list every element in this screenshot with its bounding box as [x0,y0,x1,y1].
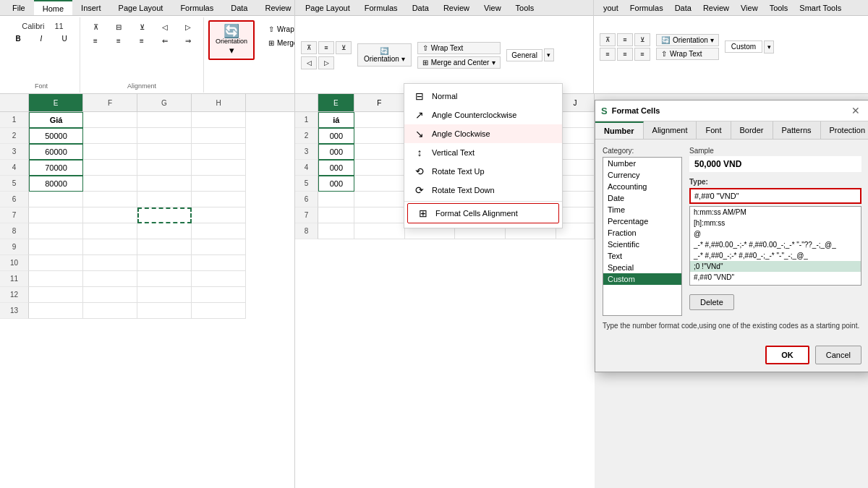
cell-G7[interactable] [137,207,192,223]
cancel-btn[interactable]: Cancel [815,346,861,364]
cell-H11[interactable] [192,271,246,287]
cell-H2[interactable] [192,128,246,144]
m-cell-E4[interactable]: 000 [318,160,354,176]
middle-tab-view[interactable]: View [477,0,509,15]
menu-item-format-alignment[interactable]: ⊞ Format Cells Alignment [407,203,559,223]
cell-E6[interactable] [29,192,83,207]
cell-F12[interactable] [83,287,137,303]
menu-item-clockwise[interactable]: ↘ Angle Clockwise [404,124,562,143]
dialog-close-btn[interactable]: ✕ [848,105,863,116]
dialog-tab-alignment[interactable]: Alignment [644,121,697,139]
cell-F6[interactable] [83,192,137,207]
m-indent-dec[interactable]: ◁ [301,56,317,69]
middle-tab-pagelayout[interactable]: Page Layout [298,0,357,15]
tab-insert[interactable]: Insert [72,0,110,15]
tab-formulas[interactable]: Formulas [171,0,222,15]
col-header-F[interactable]: F [83,94,137,111]
rt-align-bot[interactable]: ⊻ [634,33,650,46]
m-cell-F8[interactable] [354,223,405,239]
cat-text[interactable]: Text [603,250,681,262]
cell-E4[interactable]: 70000 [29,160,83,176]
rt-tab-tools[interactable]: Tools [764,0,794,15]
dialog-tab-number[interactable]: Number [595,121,644,139]
middle-wrap-btn[interactable]: ⇧ Wrap Text [417,42,501,54]
cell-F7[interactable] [83,207,137,223]
dialog-tab-protection[interactable]: Protection [821,121,869,139]
format-cells-dialog[interactable]: S Format Cells ✕ Number Alignment Font B… [595,100,868,372]
orientation-button[interactable]: 🔄 Orientation ▾ [208,20,255,60]
rt-tab-smarttools[interactable]: Smart Tools [793,0,847,15]
cell-E5[interactable]: 80000 [29,176,83,192]
cell-H5[interactable] [192,176,246,192]
bold-btn[interactable]: B [7,32,29,46]
col-header-G[interactable]: G [137,94,192,111]
cell-G9[interactable] [137,239,192,255]
m-cell-F2[interactable] [354,128,405,144]
rt-orient-btn[interactable]: 🔄 Orientation ▾ [656,34,719,46]
m-cell-F3[interactable] [354,144,405,160]
type-item-2[interactable]: @ [690,228,861,239]
cell-E1[interactable]: Giá [29,112,83,128]
cat-special[interactable]: Special [603,262,681,273]
rt-tab-formulas[interactable]: Formulas [624,0,669,15]
cell-G4[interactable] [137,160,192,176]
dialog-tab-border[interactable]: Border [731,121,773,139]
menu-item-rotate-down[interactable]: ⟳ Rotate Text Down [404,181,562,200]
col-header-E[interactable]: E [29,94,83,111]
cell-G10[interactable] [137,255,192,271]
rt-tab-yout[interactable]: yout [597,0,624,15]
rtl-btn[interactable]: ⇐ [154,34,176,48]
cell-H13[interactable] [192,303,246,319]
m-cell-E1[interactable]: iá [318,112,354,128]
align-middle-btn[interactable]: ⊟ [108,20,129,34]
cell-G8[interactable] [137,223,192,239]
type-item-5[interactable]: ;0 !"VNd" [690,261,861,272]
cell-G12[interactable] [137,287,192,303]
cat-percentage[interactable]: Percentage [603,215,681,227]
ltr-btn[interactable]: ⇒ [177,34,199,48]
cell-E9[interactable] [29,239,83,255]
tab-page-layout[interactable]: Page Layout [110,0,172,15]
col-header-H[interactable]: H [192,94,246,111]
rt-wrap-btn[interactable]: ⇧ Wrap Text [656,48,719,60]
type-item-1[interactable]: [h]:mm:ss [690,218,861,228]
cell-F5[interactable] [83,176,137,192]
dialog-tab-font[interactable]: Font [697,121,731,139]
category-listbox[interactable]: Number Currency Accounting Date Time Per… [603,157,682,316]
cat-custom[interactable]: Custom [603,273,681,285]
middle-merge-btn[interactable]: ⊞ Merge and Center ▾ [417,56,501,69]
middle-orientation-btn[interactable]: 🔄 Orientation ▾ [357,43,412,67]
cell-H4[interactable] [192,160,246,176]
rt-tab-data[interactable]: Data [669,0,697,15]
indent-decrease-btn[interactable]: ◁ [154,20,176,34]
cell-F8[interactable] [83,223,137,239]
type-input[interactable] [689,188,861,204]
rt-tab-view[interactable]: View [735,0,764,15]
cell-F3[interactable] [83,144,137,160]
cell-F10[interactable] [83,255,137,271]
cell-H12[interactable] [192,287,246,303]
cell-F9[interactable] [83,239,137,255]
rt-tab-review[interactable]: Review [697,0,735,15]
middle-tab-data[interactable]: Data [405,0,436,15]
dialog-tab-patterns[interactable]: Patterns [773,121,821,139]
m-cell-E2[interactable]: 000 [318,128,354,144]
cell-E13[interactable] [29,303,83,319]
m-cell-E6[interactable] [318,192,354,207]
type-listbox[interactable]: h:mm:ss AM/PM [h]:mm:ss @ _-* #,##0.00_-… [689,206,861,286]
m-cell-E8[interactable] [318,223,354,239]
m-indent-inc[interactable]: ▷ [318,56,334,69]
rt-align-mid[interactable]: ≡ [617,33,633,46]
cell-F13[interactable] [83,303,137,319]
italic-btn[interactable]: I [30,32,52,46]
cat-currency[interactable]: Currency [603,169,681,181]
cell-H1[interactable] [192,112,246,128]
m-align-top[interactable]: ⊼ [301,41,317,54]
cell-E3[interactable]: 60000 [29,144,83,160]
rt-align-top[interactable]: ⊼ [600,33,616,46]
rt-custom-dropdown[interactable]: ▾ [764,40,774,53]
menu-item-normal[interactable]: ⊟ Normal [404,87,562,106]
m-cell-F4[interactable] [354,160,405,176]
general-dropdown[interactable]: ▾ [544,48,554,61]
ok-btn[interactable]: OK [765,346,809,364]
